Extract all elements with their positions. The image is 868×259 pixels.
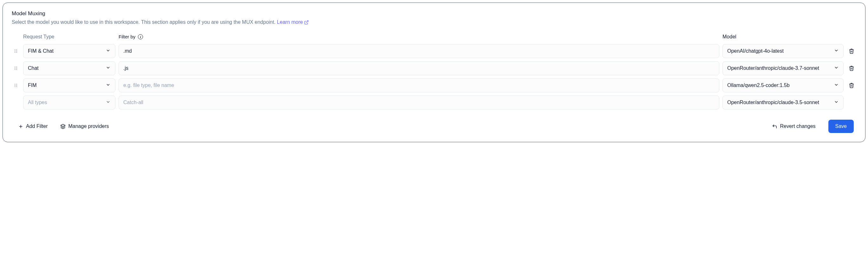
drag-handle-icon[interactable]: [12, 49, 20, 54]
trash-icon: [849, 65, 855, 71]
svg-marker-20: [61, 124, 65, 126]
model-select[interactable]: OpenRouter/anthropic/claude-3.7-sonnet: [722, 61, 844, 75]
request-type-select[interactable]: FIM: [23, 78, 115, 92]
svg-point-6: [14, 67, 15, 67]
svg-point-11: [17, 69, 17, 70]
info-icon[interactable]: i: [138, 34, 143, 39]
model-select-catchall[interactable]: OpenRouter/anthropic/claude-3.5-sonnet: [722, 95, 844, 110]
svg-point-0: [14, 50, 15, 50]
chevron-down-icon: [105, 82, 111, 89]
svg-point-1: [14, 51, 15, 51]
svg-point-2: [14, 52, 15, 53]
catch-all-row: All types OpenRouter/anthropic/claude-3.…: [12, 95, 856, 110]
request-type-select[interactable]: FIM & Chat: [23, 44, 115, 58]
request-type-select-all: All types: [23, 95, 115, 110]
manage-providers-button[interactable]: Manage providers: [60, 123, 109, 129]
model-select[interactable]: OpenAI/chatgpt-4o-latest: [722, 44, 844, 58]
rule-row: Chat OpenRouter/anthropic/claude-3.7-son…: [12, 61, 856, 75]
chevron-down-icon: [834, 82, 839, 89]
column-header-model: Model: [722, 34, 844, 40]
chevron-down-icon: [105, 65, 111, 71]
table-header: Request Type Filter by i Model: [12, 34, 856, 40]
plus-icon: [18, 124, 24, 129]
svg-point-8: [14, 69, 15, 70]
svg-point-17: [17, 86, 17, 87]
footer: Add Filter Manage providers Revert chang…: [12, 120, 856, 133]
svg-point-5: [17, 52, 17, 53]
card-description: Select the model you would like to use i…: [12, 19, 856, 25]
external-link-icon: [304, 20, 309, 25]
drag-handle-icon[interactable]: [12, 83, 20, 88]
svg-point-16: [17, 85, 17, 86]
svg-point-13: [14, 85, 15, 86]
add-filter-button[interactable]: Add Filter: [18, 123, 48, 129]
svg-point-4: [17, 51, 17, 51]
save-button[interactable]: Save: [828, 120, 854, 133]
svg-point-3: [17, 50, 17, 50]
delete-row-button[interactable]: [847, 81, 856, 90]
svg-point-9: [17, 67, 17, 67]
filter-input[interactable]: [119, 78, 719, 92]
trash-icon: [849, 83, 855, 88]
column-header-filter-by: Filter by i: [119, 34, 143, 39]
chevron-down-icon: [834, 65, 839, 71]
learn-more-link[interactable]: Learn more: [277, 19, 309, 25]
delete-row-button[interactable]: [847, 63, 856, 73]
filter-input[interactable]: [119, 61, 719, 75]
chevron-down-icon: [105, 99, 111, 106]
chevron-down-icon: [834, 99, 839, 106]
svg-point-10: [17, 68, 17, 68]
svg-point-14: [14, 86, 15, 87]
revert-changes-button[interactable]: Revert changes: [772, 123, 815, 129]
column-header-request-type: Request Type: [23, 34, 115, 40]
layers-icon: [60, 124, 66, 129]
svg-point-12: [14, 84, 15, 84]
chevron-down-icon: [105, 48, 111, 54]
request-type-select[interactable]: Chat: [23, 61, 115, 75]
undo-icon: [772, 124, 777, 129]
svg-point-7: [14, 68, 15, 68]
model-muxing-card: Model Muxing Select the model you would …: [3, 3, 865, 142]
filter-input-catchall: [119, 95, 719, 110]
filter-input[interactable]: [119, 44, 719, 58]
chevron-down-icon: [834, 48, 839, 54]
card-title: Model Muxing: [12, 10, 856, 17]
svg-point-15: [17, 84, 17, 84]
trash-icon: [849, 48, 855, 54]
rule-row: FIM Ollama/qwen2.5-coder:1.5b: [12, 78, 856, 92]
model-select[interactable]: Ollama/qwen2.5-coder:1.5b: [722, 78, 844, 92]
drag-handle-icon[interactable]: [12, 66, 20, 71]
delete-row-button[interactable]: [847, 46, 856, 56]
rule-row: FIM & Chat OpenAI/chatgpt-4o-latest: [12, 44, 856, 58]
